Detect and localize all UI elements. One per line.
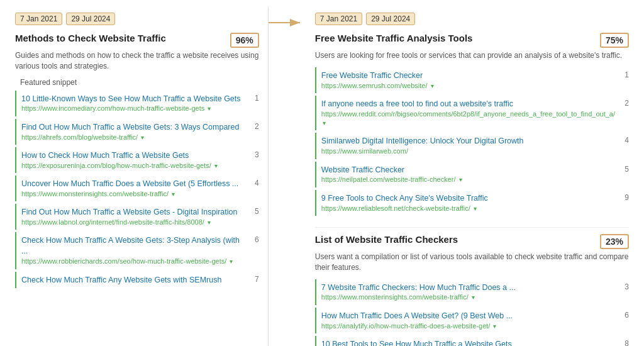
right-r1-s1-content-5: 9 Free Tools to Check Any Site's Website… (321, 193, 615, 213)
right-r1-s1-item-5: 9 Free Tools to Check Any Site's Website… (315, 190, 629, 216)
right-intent-desc-1: Users are looking for free tools or serv… (315, 50, 629, 61)
right-r1-s1-content-4: Website Traffic Checker https://neilpate… (321, 165, 615, 184)
right-r2-s1-url-2: https://analytify.io/how-much-traffic-do… (321, 321, 615, 330)
right-r2-s1-title-1[interactable]: 7 Website Traffic Checkers: How Much Tra… (321, 282, 615, 293)
left-result-content-7: Check How Much Traffic Any Website Gets … (21, 275, 245, 286)
dropdown-arrow-5[interactable]: ▾ (208, 219, 211, 226)
left-result-title-4[interactable]: Uncover How Much Traffic Does a Website … (21, 179, 245, 189)
dropdown-arrow-4[interactable]: ▾ (172, 191, 175, 198)
right-result-list-2: 7 Website Traffic Checkers: How Much Tra… (315, 279, 629, 346)
left-result-title-2[interactable]: Find Out How Much Traffic a Website Gets… (21, 122, 245, 133)
right-r1-s1-item-4: Website Traffic Checker https://neilpate… (315, 162, 629, 187)
right-r1-s1-title-5[interactable]: 9 Free Tools to Check Any Site's Website… (321, 193, 615, 204)
left-result-title-5[interactable]: Find Out How Much Traffic a Website Gets… (21, 207, 245, 218)
left-result-item-1: 10 Little-Known Ways to See How Much Tra… (15, 91, 259, 116)
left-intent-pct: 96% (230, 33, 259, 48)
arrow-area (269, 6, 306, 346)
right-intent-header-1: Free Website Traffic Analysis Tools 75% (315, 33, 629, 48)
right-r1-s1-url-4: https://neilpatel.com/website-traffic-ch… (321, 175, 615, 184)
right-r2-s1-title-2[interactable]: How Much Traffic Does A Website Get? (9 … (321, 311, 615, 321)
right-r1-s1-title-3[interactable]: Similarweb Digital Intelligence: Unlock … (321, 136, 615, 147)
right-r2-s1-item-3: 10 Best Tools to See How Much Traffic a … (315, 336, 629, 346)
right-r2-s1-num-3: 8 (620, 339, 629, 346)
left-result-title-6[interactable]: Check How Much Traffic A Website Gets: 3… (21, 235, 245, 257)
right-r1-s1-num-4: 5 (620, 165, 629, 174)
right-date-chip-1: 7 Jan 2021 (315, 13, 362, 25)
dropdown-arrow-1[interactable]: ▾ (208, 105, 211, 112)
right-r1-s1-num-2: 2 (620, 99, 629, 108)
right-r2-s1-item-1: 7 Website Traffic Checkers: How Much Tra… (315, 279, 629, 305)
right-r1-s1-title-2[interactable]: If anyone needs a free tool to find out … (321, 99, 615, 109)
right-r2-s1-num-2: 6 (620, 311, 629, 320)
left-result-content-4: Uncover How Much Traffic Does a Website … (21, 179, 245, 198)
right-r2-s1-num-1: 3 (620, 282, 629, 291)
left-result-url-3: https://exposureninja.com/blog/how-much-… (21, 161, 245, 170)
left-result-item-2: Find Out How Much Traffic a Website Gets… (15, 119, 259, 145)
right-r1-s1-url-1: https://www.semrush.com/website/ ▾ (321, 81, 615, 90)
right-r1-s1-num-5: 9 (620, 193, 629, 202)
right-intent-title-2: List of Website Traffic Checkers (315, 234, 600, 245)
right-r1-s1-title-4[interactable]: Website Traffic Checker (321, 165, 615, 176)
main-container: 7 Jan 2021 29 Jul 2024 Methods to Check … (0, 0, 644, 346)
left-result-content-5: Find Out How Much Traffic a Website Gets… (21, 207, 245, 226)
left-result-item-6: Check How Much Traffic A Website Gets: 3… (15, 232, 259, 269)
right-dropdown-arrow-1-4[interactable]: ▾ (459, 176, 462, 183)
right-dropdown-arrow-1-1[interactable]: ▾ (431, 82, 434, 89)
right-intent-title-1: Free Website Traffic Analysis Tools (315, 33, 600, 43)
dropdown-arrow-3[interactable]: ▾ (214, 162, 218, 169)
transition-arrow (269, 15, 306, 30)
left-result-url-4: https://www.monsterinsights.com/website-… (21, 189, 245, 198)
right-r1-s1-title-1[interactable]: Free Website Traffic Checker (321, 70, 615, 81)
right-r2-s1-content-2: How Much Traffic Does A Website Get? (9 … (321, 311, 615, 330)
right-intent-header-2: List of Website Traffic Checkers 23% (315, 234, 629, 249)
right-panel: 7 Jan 2021 29 Jul 2024 Free Website Traf… (306, 6, 638, 346)
left-panel: 7 Jan 2021 29 Jul 2024 Methods to Check … (6, 6, 269, 346)
left-result-num-3: 3 (250, 150, 259, 159)
left-result-num-1: 1 (250, 94, 259, 103)
left-result-num-6: 6 (250, 235, 259, 244)
right-r2-s1-content-3: 10 Best Tools to See How Much Traffic a … (321, 339, 615, 346)
left-result-title-3[interactable]: How to Check How Much Traffic a Website … (21, 150, 245, 161)
left-date-chip-1: 7 Jan 2021 (15, 13, 62, 25)
dropdown-arrow-2[interactable]: ▾ (141, 134, 144, 141)
left-date-chips: 7 Jan 2021 29 Jul 2024 (15, 13, 259, 25)
right-date-chips: 7 Jan 2021 29 Jul 2024 (315, 13, 629, 25)
right-r1-s1-item-3: Similarweb Digital Intelligence: Unlock … (315, 133, 629, 159)
left-result-item-3: How to Check How Much Traffic a Website … (15, 147, 259, 173)
right-intent-desc-2: Users want a compilation or list of vari… (315, 252, 629, 273)
left-result-title-7[interactable]: Check How Much Traffic Any Website Gets … (21, 275, 245, 286)
right-dropdown-arrow-2-1[interactable]: ▾ (472, 294, 475, 301)
right-r1-s1-item-2: If anyone needs a free tool to find out … (315, 96, 629, 130)
left-intent-desc: Guides and methods on how to check the t… (15, 50, 259, 72)
left-result-url-2: https://ahrefs.com/blog/website-traffic/… (21, 133, 245, 142)
right-r2-s1-item-2: How Much Traffic Does A Website Get? (9 … (315, 308, 629, 333)
right-r1-s1-url-2: https://www.reddit.com/r/bigseo/comments… (321, 109, 615, 128)
right-result-list-1: Free Website Traffic Checker https://www… (315, 67, 629, 218)
left-result-item-5: Find Out How Much Traffic a Website Gets… (15, 204, 259, 230)
left-result-content-6: Check How Much Traffic A Website Gets: 3… (21, 235, 245, 265)
right-dropdown-arrow-2-2[interactable]: ▾ (493, 323, 496, 330)
left-result-list: 10 Little-Known Ways to See How Much Tra… (15, 91, 259, 291)
right-section-1: Free Website Traffic Analysis Tools 75% … (315, 33, 629, 218)
left-result-content-3: How to Check How Much Traffic a Website … (21, 150, 245, 170)
right-r2-s1-title-3[interactable]: 10 Best Tools to See How Much Traffic a … (321, 339, 615, 346)
left-result-num-4: 4 (250, 179, 259, 187)
right-section-2: List of Website Traffic Checkers 23% Use… (315, 227, 629, 346)
right-dropdown-arrow-1-5[interactable]: ▾ (474, 205, 477, 212)
dropdown-arrow-6[interactable]: ▾ (230, 258, 233, 265)
left-result-num-5: 5 (250, 207, 259, 216)
left-result-num-2: 2 (250, 122, 259, 131)
right-intent-pct-2: 23% (600, 234, 629, 249)
left-result-title-1[interactable]: 10 Little-Known Ways to See How Much Tra… (21, 94, 245, 104)
right-dropdown-arrow-1-2[interactable]: ▾ (323, 120, 326, 126)
left-result-num-7: 7 (250, 275, 259, 284)
right-r1-s1-url-5: https://www.reliablesoft.net/check-websi… (321, 204, 615, 213)
left-result-content-1: 10 Little-Known Ways to See How Much Tra… (21, 94, 245, 113)
left-result-content-2: Find Out How Much Traffic a Website Gets… (21, 122, 245, 142)
right-r1-s1-url-3: https://www.similarweb.com/ (321, 147, 615, 155)
right-r1-s1-num-1: 1 (620, 70, 629, 79)
right-r2-s1-url-1: https://www.monsterinsights.com/website-… (321, 293, 615, 301)
right-r1-s1-content-3: Similarweb Digital Intelligence: Unlock … (321, 136, 615, 155)
right-r1-s1-num-3: 4 (620, 136, 629, 145)
left-result-url-1: https://www.incomediary.com/how-much-tra… (21, 104, 245, 113)
